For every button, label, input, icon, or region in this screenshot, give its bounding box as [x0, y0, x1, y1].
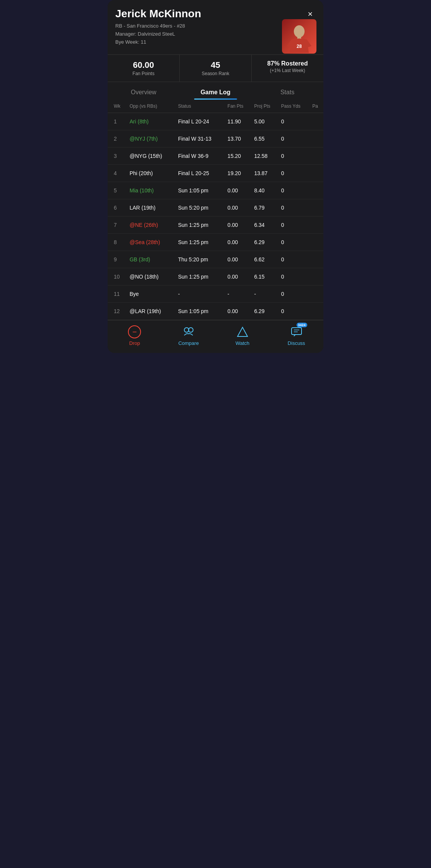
player-modal: Jerick McKinnon RB - San Francisco 49ers…: [108, 0, 323, 353]
row-opp: Bye: [127, 286, 175, 303]
row-pass-yds: 0: [279, 113, 310, 130]
row-proj-pts: 8.40: [252, 182, 279, 199]
svg-marker-5: [238, 327, 247, 336]
tab-stats[interactable]: Stats: [251, 84, 323, 100]
season-rank-cell: 45 Season Rank: [180, 55, 252, 82]
row-opp: LAR (19th): [127, 199, 175, 217]
discuss-icon: 3424: [290, 325, 303, 339]
game-log-table: Wk Opp (vs RBs) Status Fan Pts Proj Pts …: [108, 100, 323, 320]
fan-points-cell: 60.00 Fan Points: [108, 55, 180, 82]
row-pa: [310, 165, 323, 182]
row-pa: [310, 268, 323, 286]
table-row: 9 GB (3rd) Thu 5:20 pm 0.00 6.62 0: [108, 251, 323, 268]
row-status: Thu 5:20 pm: [176, 251, 225, 268]
row-fan-pts: 0.00: [225, 234, 252, 251]
row-status: -: [176, 286, 225, 303]
drop-icon-circle: −: [128, 325, 141, 338]
row-opp: GB (3rd): [127, 251, 175, 268]
rostered-sub: (+1% Last Week): [254, 68, 321, 73]
col-wk: Wk: [108, 100, 127, 113]
close-button[interactable]: ×: [305, 8, 316, 21]
row-opp: Phi (20th): [127, 165, 175, 182]
row-status: Sun 1:05 pm: [176, 182, 225, 199]
row-status: Final L 20-25: [176, 165, 225, 182]
row-pa: [310, 251, 323, 268]
row-pass-yds: 0: [279, 303, 310, 320]
compare-action[interactable]: Compare: [173, 325, 204, 346]
row-proj-pts: 6.29: [252, 303, 279, 320]
row-proj-pts: 6.62: [252, 251, 279, 268]
table-row: 4 Phi (20th) Final L 20-25 19.20 13.87 0: [108, 165, 323, 182]
rostered-cell: 87% Rostered (+1% Last Week): [252, 55, 323, 82]
row-wk: 9: [108, 251, 127, 268]
table-row: 7 @NE (26th) Sun 1:25 pm 0.00 6.34 0: [108, 217, 323, 234]
col-pa: Pa: [310, 100, 323, 113]
row-opp: Ari (8th): [127, 113, 175, 130]
row-wk: 7: [108, 217, 127, 234]
row-fan-pts: 15.20: [225, 148, 252, 165]
row-wk: 11: [108, 286, 127, 303]
player-bye-week: Bye Week: 11: [115, 38, 201, 46]
row-wk: 2: [108, 130, 127, 148]
player-manager: Manager: Dalvinized SteeL: [115, 30, 201, 38]
row-wk: 1: [108, 113, 127, 130]
row-status: Sun 1:25 pm: [176, 217, 225, 234]
row-pa: [310, 199, 323, 217]
table-row: 8 @Sea (28th) Sun 1:25 pm 0.00 6.29 0: [108, 234, 323, 251]
row-opp: Mia (10th): [127, 182, 175, 199]
row-pass-yds: 0: [279, 182, 310, 199]
rostered-value: 87% Rostered: [254, 60, 321, 67]
row-pass-yds: 0: [279, 251, 310, 268]
discuss-action[interactable]: 3424 Discuss: [281, 325, 312, 346]
row-status: Sun 5:20 pm: [176, 199, 225, 217]
row-proj-pts: 6.55: [252, 130, 279, 148]
row-opp: @NYG (15th): [127, 148, 175, 165]
row-wk: 6: [108, 199, 127, 217]
row-fan-pts: 13.70: [225, 130, 252, 148]
row-fan-pts: 0.00: [225, 268, 252, 286]
row-pass-yds: 0: [279, 234, 310, 251]
row-pa: [310, 234, 323, 251]
row-proj-pts: 12.58: [252, 148, 279, 165]
row-pass-yds: 0: [279, 148, 310, 165]
row-fan-pts: 0.00: [225, 199, 252, 217]
fan-points-value: 60.00: [110, 60, 177, 70]
table-row: 1 Ari (8th) Final L 20-24 11.90 5.00 0: [108, 113, 323, 130]
row-opp: @NE (26th): [127, 217, 175, 234]
discuss-badge: 3424: [297, 323, 307, 327]
player-name: Jerick McKinnon: [115, 8, 201, 20]
table-row: 3 @NYG (15th) Final W 36-9 15.20 12.58 0: [108, 148, 323, 165]
table-row: 5 Mia (10th) Sun 1:05 pm 0.00 8.40 0: [108, 182, 323, 199]
discuss-label: Discuss: [288, 340, 305, 346]
svg-rect-6: [292, 328, 302, 335]
watch-icon: [236, 325, 249, 339]
row-fan-pts: 0.00: [225, 303, 252, 320]
row-pass-yds: 0: [279, 217, 310, 234]
drop-icon: −: [128, 325, 141, 339]
row-pass-yds: 0: [279, 199, 310, 217]
row-pa: [310, 130, 323, 148]
bottom-action-bar: − Drop Compare Watch: [108, 320, 323, 353]
row-wk: 5: [108, 182, 127, 199]
drop-action[interactable]: − Drop: [119, 325, 150, 346]
row-fan-pts: 0.00: [225, 217, 252, 234]
row-proj-pts: 6.15: [252, 268, 279, 286]
tab-overview[interactable]: Overview: [108, 84, 180, 100]
player-position: RB - San Francisco 49ers - #28: [115, 22, 201, 30]
row-status: Final L 20-24: [176, 113, 225, 130]
col-opp: Opp (vs RBs): [127, 100, 175, 113]
row-opp: @NYJ (7th): [127, 130, 175, 148]
compare-icon: [182, 325, 195, 339]
row-fan-pts: -: [225, 286, 252, 303]
row-status: Final W 36-9: [176, 148, 225, 165]
table-header: Wk Opp (vs RBs) Status Fan Pts Proj Pts …: [108, 100, 323, 113]
svg-text:28: 28: [297, 44, 302, 49]
row-opp: @Sea (28th): [127, 234, 175, 251]
row-proj-pts: 6.79: [252, 199, 279, 217]
row-proj-pts: 5.00: [252, 113, 279, 130]
tab-game-log[interactable]: Game Log: [180, 84, 252, 100]
watch-action[interactable]: Watch: [227, 325, 258, 346]
row-pass-yds: 0: [279, 130, 310, 148]
row-fan-pts: 11.90: [225, 113, 252, 130]
row-pa: [310, 182, 323, 199]
